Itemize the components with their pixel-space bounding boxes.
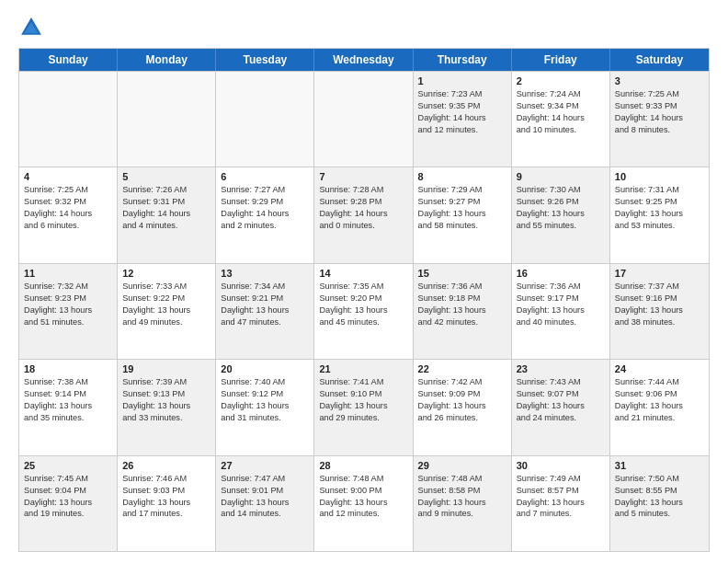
day-number: 23	[517, 363, 605, 374]
calendar-cell-30: 30Sunrise: 7:49 AMSunset: 8:57 PMDayligh…	[512, 456, 610, 551]
cell-info-line: Sunset: 9:01 PM	[221, 486, 309, 497]
header-day-saturday: Saturday	[610, 49, 709, 71]
calendar-cell-22: 22Sunrise: 7:42 AMSunset: 9:09 PMDayligh…	[414, 360, 512, 454]
cell-info-line: Daylight: 13 hours	[319, 498, 407, 509]
cell-info-line: Sunrise: 7:33 AM	[122, 282, 210, 293]
cell-info-line: Daylight: 13 hours	[221, 498, 309, 509]
day-number: 20	[221, 363, 309, 374]
cell-info-line: and 2 minutes.	[221, 221, 309, 232]
calendar-cell-empty-1	[118, 72, 216, 167]
cell-info-line: Sunrise: 7:36 AM	[517, 282, 605, 293]
cell-info-line: Sunrise: 7:26 AM	[122, 185, 210, 196]
cell-info-line: Daylight: 13 hours	[418, 305, 506, 316]
calendar-row-4: 25Sunrise: 7:45 AMSunset: 9:04 PMDayligh…	[19, 455, 709, 551]
cell-info-line: and 33 minutes.	[122, 413, 210, 424]
cell-info-line: Daylight: 14 hours	[615, 113, 704, 124]
calendar-cell-28: 28Sunrise: 7:48 AMSunset: 9:00 PMDayligh…	[314, 456, 413, 551]
cell-info-line: and 29 minutes.	[319, 413, 407, 424]
logo-icon	[18, 15, 44, 40]
cell-info-line: Sunset: 9:10 PM	[319, 389, 407, 400]
cell-info-line: Sunrise: 7:23 AM	[418, 89, 506, 100]
day-number: 1	[418, 75, 506, 86]
header-day-tuesday: Tuesday	[216, 49, 314, 71]
cell-info-line: Sunrise: 7:46 AM	[122, 474, 210, 485]
cell-info-line: and 12 minutes.	[418, 125, 506, 136]
cell-info-line: Sunrise: 7:28 AM	[319, 185, 407, 196]
cell-info-line: Sunset: 8:58 PM	[418, 486, 506, 497]
cell-info-line: Daylight: 13 hours	[319, 305, 407, 316]
calendar-cell-11: 11Sunrise: 7:32 AMSunset: 9:23 PMDayligh…	[19, 264, 118, 359]
day-number: 4	[24, 171, 112, 182]
calendar-cell-18: 18Sunrise: 7:38 AMSunset: 9:14 PMDayligh…	[19, 360, 118, 454]
cell-info-line: and 0 minutes.	[319, 221, 407, 232]
cell-info-line: Daylight: 13 hours	[319, 401, 407, 412]
day-number: 18	[24, 363, 112, 374]
calendar-cell-1: 1Sunrise: 7:23 AMSunset: 9:35 PMDaylight…	[414, 72, 512, 167]
calendar-cell-4: 4Sunrise: 7:25 AMSunset: 9:32 PMDaylight…	[19, 167, 118, 262]
cell-info-line: Daylight: 14 hours	[517, 113, 605, 124]
calendar-row-3: 18Sunrise: 7:38 AMSunset: 9:14 PMDayligh…	[19, 359, 709, 454]
cell-info-line: and 7 minutes.	[517, 509, 605, 520]
day-number: 16	[517, 268, 605, 279]
calendar-body: 1Sunrise: 7:23 AMSunset: 9:35 PMDaylight…	[19, 71, 709, 551]
cell-info-line: Sunset: 9:18 PM	[418, 293, 506, 304]
cell-info-line: Sunset: 9:31 PM	[122, 197, 210, 208]
cell-info-line: and 24 minutes.	[517, 413, 605, 424]
cell-info-line: Sunset: 9:27 PM	[418, 197, 506, 208]
calendar-header: SundayMondayTuesdayWednesdayThursdayFrid…	[19, 49, 709, 71]
header-day-thursday: Thursday	[414, 49, 512, 71]
cell-info-line: Sunset: 9:20 PM	[319, 293, 407, 304]
day-number: 28	[319, 460, 407, 471]
cell-info-line: Sunset: 8:55 PM	[615, 486, 704, 497]
cell-info-line: Daylight: 13 hours	[221, 401, 309, 412]
cell-info-line: Sunset: 9:13 PM	[122, 389, 210, 400]
cell-info-line: and 10 minutes.	[517, 125, 605, 136]
header-day-wednesday: Wednesday	[314, 49, 413, 71]
cell-info-line: Sunset: 9:03 PM	[122, 486, 210, 497]
calendar-cell-10: 10Sunrise: 7:31 AMSunset: 9:25 PMDayligh…	[610, 167, 709, 262]
cell-info-line: Sunrise: 7:32 AM	[24, 282, 112, 293]
day-number: 27	[221, 460, 309, 471]
cell-info-line: Daylight: 13 hours	[615, 401, 704, 412]
cell-info-line: Daylight: 13 hours	[418, 498, 506, 509]
cell-info-line: Sunrise: 7:30 AM	[517, 185, 605, 196]
cell-info-line: Sunset: 9:23 PM	[24, 293, 112, 304]
cell-info-line: Sunrise: 7:24 AM	[517, 89, 605, 100]
cell-info-line: Sunset: 9:33 PM	[615, 101, 704, 112]
cell-info-line: Sunrise: 7:27 AM	[221, 185, 309, 196]
day-number: 7	[319, 171, 407, 182]
day-number: 10	[615, 171, 704, 182]
calendar-cell-24: 24Sunrise: 7:44 AMSunset: 9:06 PMDayligh…	[610, 360, 709, 454]
calendar-cell-5: 5Sunrise: 7:26 AMSunset: 9:31 PMDaylight…	[118, 167, 216, 262]
cell-info-line: Sunrise: 7:29 AM	[418, 185, 506, 196]
cell-info-line: Sunrise: 7:41 AM	[319, 377, 407, 388]
cell-info-line: Daylight: 13 hours	[122, 401, 210, 412]
cell-info-line: Daylight: 13 hours	[517, 498, 605, 509]
cell-info-line: Daylight: 14 hours	[24, 209, 112, 220]
cell-info-line: and 51 minutes.	[24, 317, 112, 328]
cell-info-line: Sunrise: 7:49 AM	[517, 474, 605, 485]
cell-info-line: and 26 minutes.	[418, 413, 506, 424]
cell-info-line: Sunset: 9:09 PM	[418, 389, 506, 400]
day-number: 6	[221, 171, 309, 182]
cell-info-line: Sunrise: 7:25 AM	[24, 185, 112, 196]
cell-info-line: Sunset: 9:14 PM	[24, 389, 112, 400]
cell-info-line: and 21 minutes.	[615, 413, 704, 424]
calendar-row-1: 4Sunrise: 7:25 AMSunset: 9:32 PMDaylight…	[19, 167, 709, 262]
cell-info-line: and 55 minutes.	[517, 221, 605, 232]
cell-info-line: Daylight: 13 hours	[221, 305, 309, 316]
calendar-cell-23: 23Sunrise: 7:43 AMSunset: 9:07 PMDayligh…	[512, 360, 610, 454]
cell-info-line: and 4 minutes.	[122, 221, 210, 232]
cell-info-line: and 35 minutes.	[24, 413, 112, 424]
day-number: 13	[221, 268, 309, 279]
header-day-friday: Friday	[512, 49, 610, 71]
day-number: 29	[418, 460, 506, 471]
cell-info-line: Sunrise: 7:48 AM	[418, 474, 506, 485]
header	[18, 15, 710, 40]
cell-info-line: Sunrise: 7:44 AM	[615, 377, 704, 388]
calendar-cell-14: 14Sunrise: 7:35 AMSunset: 9:20 PMDayligh…	[314, 264, 413, 359]
calendar-cell-16: 16Sunrise: 7:36 AMSunset: 9:17 PMDayligh…	[512, 264, 610, 359]
cell-info-line: Sunrise: 7:37 AM	[615, 282, 704, 293]
cell-info-line: Sunset: 9:32 PM	[24, 197, 112, 208]
cell-info-line: Sunset: 9:25 PM	[615, 197, 704, 208]
